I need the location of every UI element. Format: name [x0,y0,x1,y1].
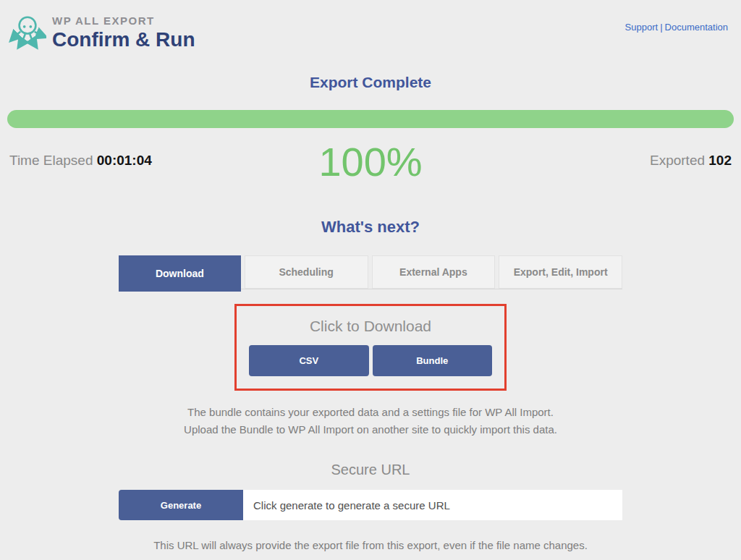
exported-count: Exported 102 [650,153,732,169]
secure-url-input[interactable] [243,490,622,520]
whats-next-heading: What's next? [0,218,741,237]
exported-value: 102 [708,153,732,168]
download-highlight-box: Click to Download CSV Bundle [234,304,507,391]
documentation-link[interactable]: Documentation [665,22,728,33]
tab-scheduling[interactable]: Scheduling [245,255,368,289]
export-complete-heading: Export Complete [0,74,741,91]
header: WP ALL EXPORT Confirm & Run Support|Docu… [0,0,741,62]
page-title: Confirm & Run [52,28,195,51]
tab-download[interactable]: Download [119,255,241,292]
stats-row: Time Elapsed 00:01:04 100% Exported 102 [0,134,741,190]
tab-bar: Download Scheduling External Apps Export… [119,255,622,289]
progress-bar [7,110,734,128]
tab-external-apps[interactable]: External Apps [372,255,496,289]
brand-text: WP ALL EXPORT Confirm & Run [52,10,195,51]
secure-url-row: Generate [119,490,622,520]
top-nav-links: Support|Documentation [625,22,728,33]
brand-name: WP ALL EXPORT [52,14,195,27]
time-elapsed-value: 00:01:04 [97,153,152,168]
bundle-description-line1: The bundle contains your exported data a… [0,404,741,421]
time-elapsed: Time Elapsed 00:01:04 [9,153,152,169]
download-buttons: CSV Bundle [249,345,492,376]
brand-lockup: WP ALL EXPORT Confirm & Run [9,10,729,54]
tab-export-edit-import[interactable]: Export, Edit, Import [499,255,622,289]
bundle-description-line2: Upload the Bundle to WP All Import on an… [0,421,741,438]
click-to-download-heading: Click to Download [249,318,492,335]
generate-button[interactable]: Generate [119,490,243,520]
secure-url-footnote: This URL will always provide the export … [0,539,741,551]
exported-label: Exported [650,153,705,168]
bundle-download-button[interactable]: Bundle [373,345,493,376]
link-divider: | [658,22,664,33]
secure-url-heading: Secure URL [0,462,741,478]
time-elapsed-label: Time Elapsed [9,153,93,168]
bundle-description: The bundle contains your exported data a… [0,404,741,438]
support-link[interactable]: Support [625,22,659,33]
csv-download-button[interactable]: CSV [249,345,369,376]
octopus-icon [9,13,46,54]
